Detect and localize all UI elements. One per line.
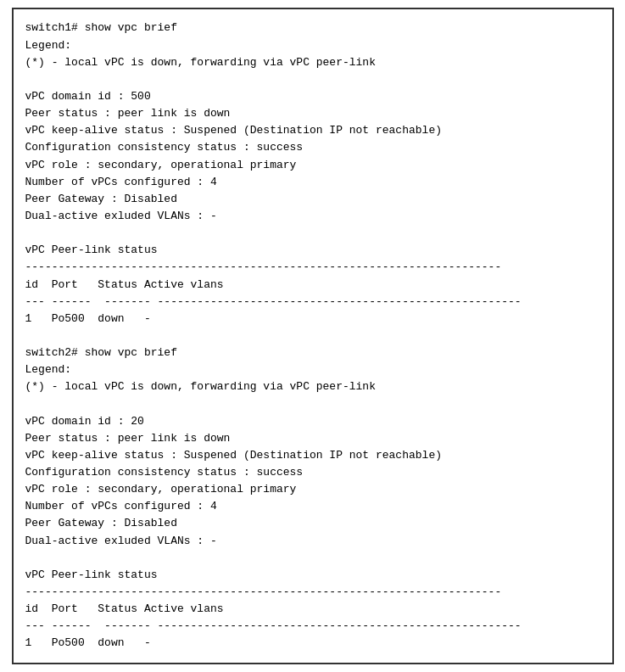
terminal-line: vPC keep-alive status : Suspened (Destin… [25,447,600,464]
terminal-line: vPC domain id : 20 [25,413,600,430]
terminal-line: Peer Gateway : Disabled [25,515,600,532]
terminal-line: Configuration consistency status : succe… [25,464,600,481]
terminal-line: switch2# show vpc brief [25,344,600,361]
blank-line [25,550,600,567]
terminal-line: Peer Gateway : Disabled [25,191,600,208]
terminal-line: (*) - local vPC is down, forwarding via … [25,378,600,395]
terminal-line: Legend: [25,361,600,378]
terminal-line: --- ------ ------- ---------------------… [25,618,600,635]
terminal-line: 1 Po500 down - [25,635,600,652]
blank-line [25,328,600,344]
terminal-line: Peer status : peer link is down [25,105,600,122]
terminal-line: Number of vPCs configured : 4 [25,174,600,191]
terminal-line: switch1# show vpc brief [25,20,600,36]
terminal-line: ----------------------------------------… [25,584,600,601]
terminal-line: id Port Status Active vlans [25,601,600,618]
terminal-line: vPC Peer-link status [25,242,600,259]
terminal-line: Dual-active exluded VLANs : - [25,208,600,225]
terminal-line: vPC role : secondary, operational primar… [25,481,600,498]
terminal-line: Peer status : peer link is down [25,430,600,447]
blank-line [25,395,600,412]
terminal-line: vPC Peer-link status [25,567,600,584]
terminal-output: switch1# show vpc briefLegend:(*) - loca… [12,8,614,664]
terminal-line: --- ------ ------- ---------------------… [25,294,600,311]
terminal-line: vPC keep-alive status : Suspened (Destin… [25,122,600,139]
terminal-line: id Port Status Active vlans [25,277,600,294]
terminal-line: Dual-active exluded VLANs : - [25,533,600,550]
blank-line [25,225,600,242]
terminal-line: Configuration consistency status : succe… [25,139,600,156]
terminal-line: 1 Po500 down - [25,311,600,328]
terminal-line: vPC role : secondary, operational primar… [25,157,600,174]
terminal-line: Number of vPCs configured : 4 [25,498,600,515]
terminal-line: ----------------------------------------… [25,259,600,276]
blank-line [25,71,600,88]
terminal-line: Legend: [25,37,600,54]
terminal-line: (*) - local vPC is down, forwarding via … [25,54,600,71]
terminal-line: vPC domain id : 500 [25,88,600,105]
